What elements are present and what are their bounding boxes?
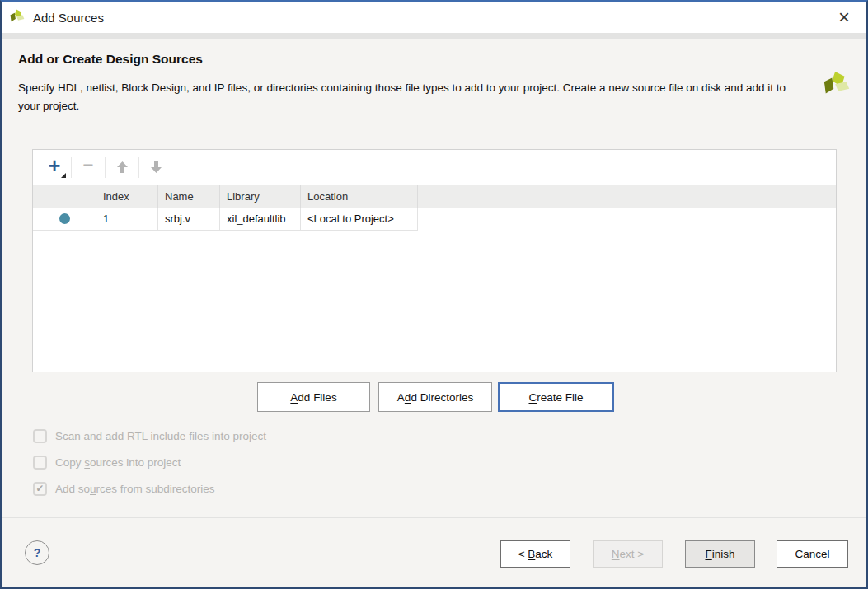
option-scan-rtl-include: Scan and add RTL include files into proj…: [33, 428, 266, 444]
next-button: Next >: [593, 540, 663, 568]
table-row[interactable]: 1 srbj.v xil_defaultlib <Local to Projec…: [33, 208, 836, 231]
close-icon[interactable]: ×: [830, 5, 858, 30]
column-header-name: Name: [158, 185, 220, 208]
page-description: Specify HDL, netlist, Block Design, and …: [18, 79, 801, 115]
sources-panel: + − Index Name Libr: [32, 149, 837, 372]
title-bar: Add Sources ×: [2, 2, 866, 33]
move-down-icon: [139, 153, 172, 181]
name-cell: srbj.v: [158, 208, 220, 231]
column-header-filler: [418, 185, 836, 208]
file-dot-icon: [59, 213, 70, 224]
window-title: Add Sources: [33, 11, 104, 25]
column-header-selection: [33, 185, 96, 208]
option-copy-sources: Copy sources into project: [33, 454, 181, 470]
dropdown-caret-icon: [61, 173, 66, 178]
index-cell: 1: [96, 208, 158, 231]
add-directories-button[interactable]: Add Directories: [378, 382, 492, 412]
add-source-icon[interactable]: +: [38, 153, 71, 181]
location-cell: <Local to Project>: [301, 208, 418, 231]
option-add-subdirectories: ✓ Add sources from subdirectories: [33, 480, 215, 497]
column-header-library: Library: [220, 185, 301, 208]
table-header: Index Name Library Location: [33, 185, 836, 208]
page-title: Add or Create Design Sources: [18, 52, 203, 67]
add-files-button[interactable]: Add Files: [257, 382, 370, 412]
help-icon[interactable]: ?: [25, 540, 49, 565]
cancel-button[interactable]: Cancel: [777, 540, 848, 568]
move-up-icon: [106, 153, 138, 181]
library-cell: xil_defaultlib: [220, 208, 301, 231]
sources-toolbar: + −: [33, 150, 836, 185]
add-sources-dialog: Add Sources × Add or Create Design Sourc…: [0, 0, 868, 589]
checkbox-unchecked-icon: [33, 456, 47, 470]
vivado-logo-icon: [9, 9, 26, 26]
finish-button[interactable]: Finish: [685, 540, 755, 568]
remove-source-icon: −: [72, 153, 105, 181]
vivado-logo-large-icon: [822, 69, 853, 104]
create-file-button[interactable]: Create File: [498, 382, 614, 412]
back-button[interactable]: < Back: [500, 540, 570, 568]
title-separator: [2, 33, 866, 39]
file-type-cell: [33, 208, 96, 231]
checkbox-unchecked-icon: [33, 429, 47, 443]
footer-separator: [2, 517, 866, 518]
column-header-index: Index: [96, 185, 158, 208]
column-header-location: Location: [301, 185, 418, 208]
checkbox-checked-icon: ✓: [33, 482, 47, 496]
